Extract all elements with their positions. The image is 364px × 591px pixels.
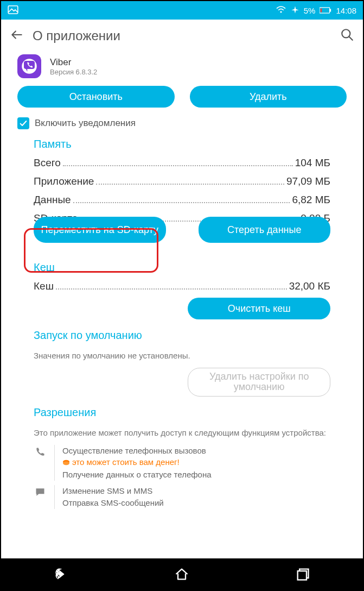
app-name: Viber: [50, 57, 97, 68]
nav-back-button[interactable]: [45, 567, 78, 582]
checkbox-checked-icon: [17, 117, 29, 129]
notifications-label: Включить уведомления: [35, 118, 136, 129]
airplane-icon: [291, 5, 299, 16]
phone-icon: [34, 445, 47, 457]
clear-defaults-button: Удалить настройки по умолчанию: [188, 368, 330, 397]
permissions-caption: Это приложение может получить доступ к с…: [34, 424, 330, 445]
app-icon: [17, 54, 41, 78]
perm-sms-line1: Изменение SMS и MMS: [62, 485, 330, 497]
perm-phone-warn: это может стоить вам денег!: [72, 457, 180, 467]
clear-data-button[interactable]: Стереть данные: [199, 217, 331, 243]
launch-section-title: Запуск по умолчанию: [34, 329, 330, 347]
coin-icon: [62, 457, 70, 469]
svg-point-9: [63, 461, 69, 465]
memory-app-row: Приложение97,09 МБ: [34, 174, 330, 187]
permission-phone: Осуществление телефонных вызовов это мож…: [1, 445, 363, 485]
page-title: О приложении: [33, 28, 120, 43]
perm-phone-line2: Получение данных о статусе телефона: [62, 469, 330, 481]
clear-cache-button[interactable]: Очистить кеш: [188, 298, 330, 319]
message-icon: [34, 485, 47, 498]
status-bar: 5% 14:08: [1, 1, 363, 20]
gallery-icon: [8, 5, 18, 16]
back-icon[interactable]: [10, 28, 24, 44]
search-icon[interactable]: [340, 28, 354, 44]
uninstall-button[interactable]: Удалить: [190, 86, 347, 108]
force-stop-button[interactable]: Остановить: [17, 86, 175, 108]
memory-section-title: Память: [34, 138, 330, 156]
svg-line-6: [349, 36, 353, 40]
wifi-icon: [276, 5, 286, 16]
app-bar: О приложении: [1, 20, 363, 52]
cache-section-title: Кеш: [34, 261, 330, 279]
svg-rect-4: [321, 9, 322, 12]
navigation-bar: [1, 558, 363, 590]
app-version: Версия 6.8.3.2: [50, 68, 97, 76]
perm-sms-line2: Отправка SMS-сообщений: [62, 497, 330, 509]
nav-home-button[interactable]: [165, 567, 198, 582]
svg-rect-10: [297, 571, 306, 580]
app-header: Viber Версия 6.8.3.2: [1, 52, 363, 86]
permission-sms: Изменение SMS и MMS Отправка SMS-сообщен…: [1, 485, 363, 513]
nav-recent-button[interactable]: [286, 567, 319, 582]
svg-point-1: [280, 11, 282, 12]
clock-text: 14:08: [336, 6, 356, 15]
battery-percent: 5%: [304, 6, 316, 15]
move-to-sd-button[interactable]: Переместить на SD-карту: [34, 217, 166, 243]
battery-icon: [320, 7, 331, 14]
perm-phone-line1: Осуществление телефонных вызовов: [62, 445, 330, 457]
memory-total-row: Всего104 МБ: [34, 156, 330, 169]
memory-data-row: Данные6,82 МБ: [34, 193, 330, 206]
notifications-toggle[interactable]: Включить уведомления: [1, 115, 363, 138]
svg-rect-3: [330, 9, 331, 11]
launch-caption: Значения по умолчанию не установлены.: [34, 347, 330, 368]
permissions-section-title: Разрешения: [34, 406, 330, 424]
cache-row: Кеш32,00 КБ: [34, 279, 330, 292]
